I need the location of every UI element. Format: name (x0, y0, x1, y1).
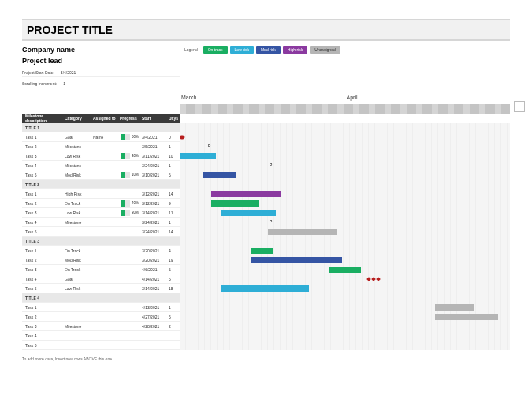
legend-ontrack: On track (203, 46, 228, 54)
legend-unassigned: Unassigned (310, 46, 340, 54)
table-row[interactable]: Task 3Milestone4/28/20212 (22, 322, 180, 331)
gantt-bar[interactable] (268, 229, 337, 235)
table-row[interactable]: Task 24/27/20215 (22, 312, 180, 322)
milestone-marker: P (208, 144, 210, 148)
scroll-label: Scrolling Increment: (22, 81, 57, 86)
table-row[interactable]: TITLE 2 (22, 180, 180, 189)
start-date-value: 3/4/2021 (61, 70, 76, 75)
meta-panel: Company name Project lead Project Start … (22, 46, 180, 90)
footer-note: To add more data, Insert new rows ABOVE … (22, 356, 510, 362)
legend-medrisk: Med risk (256, 46, 281, 54)
month-1: March (180, 95, 345, 104)
col-progress: Progress (117, 116, 139, 121)
timeline[interactable]: March April PPP (180, 95, 510, 350)
table-row[interactable]: Task 53/24/202114 (22, 227, 180, 237)
table-row[interactable]: Task 5 (22, 341, 180, 350)
legend: Legend On track Low risk Med risk High r… (184, 46, 340, 54)
table-row[interactable]: Task 2Med Risk3/20/202119 (22, 255, 180, 265)
table-row[interactable]: Task 4Milestone3/24/20211 (22, 218, 180, 227)
gantt-bar[interactable] (329, 266, 361, 273)
side-box (514, 101, 525, 112)
table-row[interactable]: TITLE 4 (22, 293, 180, 303)
legend-label: Legend (184, 47, 198, 52)
table-row[interactable]: TITLE 1 (22, 123, 180, 132)
legend-lowrisk: Low risk (230, 46, 254, 54)
day-scale (180, 104, 510, 114)
legend-highrisk: High risk (283, 46, 307, 54)
gantt-bar[interactable] (221, 285, 309, 292)
task-grid[interactable]: Milestone description Category Assigned … (22, 95, 180, 350)
title-bar: PROJECT TITLE (22, 19, 510, 41)
table-row[interactable]: Task 4Milestone3/24/20211 (22, 161, 180, 170)
column-header: Milestone description Category Assigned … (22, 114, 180, 123)
table-row[interactable]: Task 14/13/20211 (22, 303, 180, 312)
page-title: PROJECT TITLE (27, 24, 505, 36)
gantt-bar[interactable] (251, 257, 342, 263)
gantt-bar[interactable] (435, 314, 498, 320)
table-row[interactable]: Task 1On Track3/20/20214 (22, 246, 180, 255)
start-date-label: Project Start Date: (22, 70, 54, 75)
table-row[interactable]: TITLE 3 (22, 237, 180, 246)
table-row[interactable]: Task 3On Track4/6/20216 (22, 265, 180, 274)
goal-marker (376, 277, 381, 281)
table-row[interactable]: Task 5Med Risk10%3/10/20216 (22, 170, 180, 180)
milestone-marker: P (270, 219, 272, 224)
table-row[interactable]: Task 5Low Risk3/14/202118 (22, 284, 180, 293)
gantt-bar[interactable] (435, 304, 474, 311)
company-name: Company name (22, 46, 180, 54)
col-assigned: Assigned to (90, 116, 117, 121)
project-lead: Project lead (22, 57, 180, 65)
table-row[interactable]: Task 3Low Risk30%3/14/202111 (22, 208, 180, 218)
col-desc: Milestone description (22, 114, 61, 123)
table-row[interactable]: Task 2Milestone3/5/20211 (22, 142, 180, 151)
gantt-bar[interactable] (221, 210, 276, 216)
table-row[interactable]: Task 2On Track40%3/12/20219 (22, 199, 180, 208)
table-row[interactable]: Task 3Low Risk30%3/11/202110 (22, 151, 180, 161)
milestone-marker: P (270, 162, 272, 167)
table-row[interactable]: Task 4Goal4/14/20215 (22, 274, 180, 284)
month-2: April (345, 95, 511, 104)
gantt-bar[interactable] (251, 248, 273, 254)
table-row[interactable]: Task 4 (22, 331, 180, 341)
table-row[interactable]: Task 1GoalName50%3/4/20210 (22, 132, 180, 142)
scroll-value: 1 (63, 81, 65, 86)
goal-marker (366, 277, 371, 281)
col-category: Category (61, 116, 90, 121)
gantt-bar[interactable] (211, 200, 259, 207)
goal-marker (371, 277, 376, 281)
table-row[interactable]: Task 1High Risk3/12/202114 (22, 189, 180, 199)
col-days: Days (166, 116, 180, 121)
col-start: Start (139, 116, 166, 121)
gantt-bar[interactable] (211, 191, 281, 197)
timeline-body: PPP (180, 123, 510, 350)
gantt-bar[interactable] (203, 172, 236, 178)
gantt-bar[interactable] (180, 153, 216, 159)
